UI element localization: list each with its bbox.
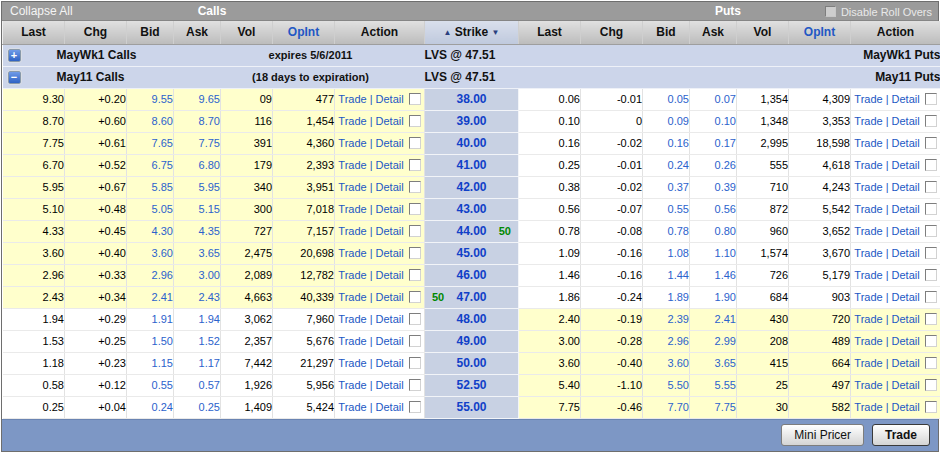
call-select-checkbox[interactable] bbox=[409, 247, 421, 259]
call-detail-link[interactable]: Detail bbox=[376, 225, 404, 237]
put-trade-link[interactable]: Trade bbox=[854, 379, 882, 391]
call-ask[interactable]: 2.43 bbox=[174, 286, 221, 308]
call-detail-link[interactable]: Detail bbox=[376, 159, 404, 171]
put-ask[interactable]: 1.90 bbox=[690, 286, 737, 308]
put-detail-link[interactable]: Detail bbox=[892, 357, 920, 369]
call-select-checkbox[interactable] bbox=[409, 225, 421, 237]
call-bid[interactable]: 2.41 bbox=[127, 286, 174, 308]
put-detail-link[interactable]: Detail bbox=[892, 93, 920, 105]
col-calls-opint[interactable]: OpInt bbox=[273, 21, 335, 44]
call-trade-link[interactable]: Trade bbox=[338, 291, 366, 303]
put-select-checkbox[interactable] bbox=[925, 159, 937, 171]
call-trade-link[interactable]: Trade bbox=[338, 225, 366, 237]
put-select-checkbox[interactable] bbox=[925, 137, 937, 149]
call-ask[interactable]: 3.65 bbox=[174, 242, 221, 264]
put-bid[interactable]: 0.37 bbox=[643, 176, 690, 198]
put-ask[interactable]: 1.46 bbox=[690, 264, 737, 286]
call-bid[interactable]: 4.30 bbox=[127, 220, 174, 242]
call-trade-link[interactable]: Trade bbox=[338, 379, 366, 391]
put-trade-link[interactable]: Trade bbox=[854, 291, 882, 303]
put-ask[interactable]: 2.99 bbox=[690, 330, 737, 352]
put-trade-link[interactable]: Trade bbox=[854, 269, 882, 281]
call-detail-link[interactable]: Detail bbox=[376, 247, 404, 259]
call-select-checkbox[interactable] bbox=[409, 203, 421, 215]
col-puts-opint[interactable]: OpInt bbox=[789, 21, 851, 44]
put-select-checkbox[interactable] bbox=[925, 379, 937, 391]
put-bid[interactable]: 0.78 bbox=[643, 220, 690, 242]
put-detail-link[interactable]: Detail bbox=[892, 269, 920, 281]
call-detail-link[interactable]: Detail bbox=[376, 181, 404, 193]
call-detail-link[interactable]: Detail bbox=[376, 291, 404, 303]
call-bid[interactable]: 2.96 bbox=[127, 264, 174, 286]
put-bid[interactable]: 0.24 bbox=[643, 154, 690, 176]
call-trade-link[interactable]: Trade bbox=[338, 93, 366, 105]
put-ask[interactable]: 0.17 bbox=[690, 132, 737, 154]
put-ask[interactable]: 0.39 bbox=[690, 176, 737, 198]
mini-pricer-button[interactable]: Mini Pricer bbox=[781, 424, 864, 446]
put-ask[interactable]: 0.10 bbox=[690, 110, 737, 132]
put-ask[interactable]: 7.75 bbox=[690, 396, 737, 418]
call-bid[interactable]: 6.75 bbox=[127, 154, 174, 176]
put-detail-link[interactable]: Detail bbox=[892, 335, 920, 347]
put-detail-link[interactable]: Detail bbox=[892, 379, 920, 391]
put-ask[interactable]: 0.80 bbox=[690, 220, 737, 242]
put-bid[interactable]: 0.09 bbox=[643, 110, 690, 132]
put-select-checkbox[interactable] bbox=[925, 401, 937, 413]
put-detail-link[interactable]: Detail bbox=[892, 247, 920, 259]
call-ask[interactable]: 5.95 bbox=[174, 176, 221, 198]
put-trade-link[interactable]: Trade bbox=[854, 93, 882, 105]
trade-button[interactable]: Trade bbox=[872, 424, 930, 446]
call-trade-link[interactable]: Trade bbox=[338, 247, 366, 259]
put-ask[interactable]: 1.10 bbox=[690, 242, 737, 264]
put-bid[interactable]: 2.96 bbox=[643, 330, 690, 352]
call-select-checkbox[interactable] bbox=[409, 379, 421, 391]
put-ask[interactable]: 3.65 bbox=[690, 352, 737, 374]
put-bid[interactable]: 3.60 bbox=[643, 352, 690, 374]
put-trade-link[interactable]: Trade bbox=[854, 401, 882, 413]
call-select-checkbox[interactable] bbox=[409, 335, 421, 347]
put-select-checkbox[interactable] bbox=[925, 181, 937, 193]
call-bid[interactable]: 8.60 bbox=[127, 110, 174, 132]
call-trade-link[interactable]: Trade bbox=[338, 115, 366, 127]
put-detail-link[interactable]: Detail bbox=[892, 313, 920, 325]
put-detail-link[interactable]: Detail bbox=[892, 203, 920, 215]
put-select-checkbox[interactable] bbox=[925, 225, 937, 237]
call-select-checkbox[interactable] bbox=[409, 357, 421, 369]
call-ask[interactable]: 7.75 bbox=[174, 132, 221, 154]
call-select-checkbox[interactable] bbox=[409, 269, 421, 281]
call-ask[interactable]: 4.35 bbox=[174, 220, 221, 242]
col-strike[interactable]: ▲ Strike ▼ bbox=[425, 21, 519, 44]
put-trade-link[interactable]: Trade bbox=[854, 313, 882, 325]
put-select-checkbox[interactable] bbox=[925, 115, 937, 127]
call-bid[interactable]: 5.05 bbox=[127, 198, 174, 220]
call-detail-link[interactable]: Detail bbox=[376, 269, 404, 281]
put-trade-link[interactable]: Trade bbox=[854, 203, 882, 215]
put-detail-link[interactable]: Detail bbox=[892, 401, 920, 413]
put-detail-link[interactable]: Detail bbox=[892, 291, 920, 303]
call-trade-link[interactable]: Trade bbox=[338, 159, 366, 171]
sort-asc-icon[interactable]: ▲ bbox=[444, 28, 452, 37]
call-select-checkbox[interactable] bbox=[409, 313, 421, 325]
call-trade-link[interactable]: Trade bbox=[338, 335, 366, 347]
put-detail-link[interactable]: Detail bbox=[892, 181, 920, 193]
put-trade-link[interactable]: Trade bbox=[854, 225, 882, 237]
call-select-checkbox[interactable] bbox=[409, 115, 421, 127]
call-ask[interactable]: 1.17 bbox=[174, 352, 221, 374]
call-select-checkbox[interactable] bbox=[409, 159, 421, 171]
put-ask[interactable]: 0.56 bbox=[690, 198, 737, 220]
put-bid[interactable]: 1.44 bbox=[643, 264, 690, 286]
call-bid[interactable]: 3.60 bbox=[127, 242, 174, 264]
put-detail-link[interactable]: Detail bbox=[892, 137, 920, 149]
put-select-checkbox[interactable] bbox=[925, 203, 937, 215]
call-trade-link[interactable]: Trade bbox=[338, 401, 366, 413]
call-select-checkbox[interactable] bbox=[409, 181, 421, 193]
call-ask[interactable]: 5.15 bbox=[174, 198, 221, 220]
call-bid[interactable]: 7.65 bbox=[127, 132, 174, 154]
put-select-checkbox[interactable] bbox=[925, 313, 937, 325]
put-bid[interactable]: 0.05 bbox=[643, 88, 690, 110]
call-bid[interactable]: 1.50 bbox=[127, 330, 174, 352]
call-bid[interactable]: 1.91 bbox=[127, 308, 174, 330]
call-ask[interactable]: 0.57 bbox=[174, 374, 221, 396]
call-detail-link[interactable]: Detail bbox=[376, 137, 404, 149]
put-detail-link[interactable]: Detail bbox=[892, 159, 920, 171]
